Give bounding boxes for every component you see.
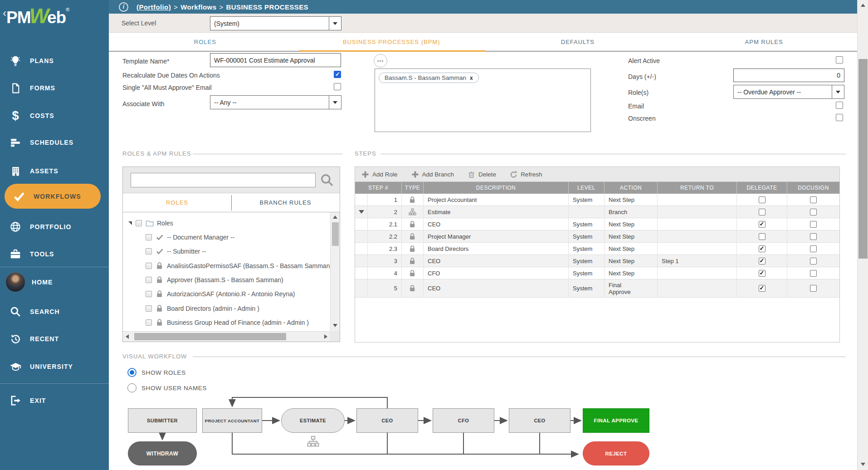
show-roles-radio[interactable] bbox=[127, 368, 137, 377]
tab-defaults[interactable]: DEFAULTS bbox=[485, 33, 671, 51]
table-row[interactable]: 5 CEO System Final Approve bbox=[355, 279, 839, 298]
tree-horizontal-scrollbar[interactable] bbox=[123, 331, 330, 341]
delegate-checkbox[interactable] bbox=[759, 270, 766, 277]
table-row[interactable]: 2.2 Project Manager System Next Step bbox=[355, 230, 839, 243]
column-level[interactable]: LEVEL bbox=[569, 182, 605, 194]
node-reject[interactable]: REJECT bbox=[583, 441, 649, 465]
tree-checkbox[interactable] bbox=[136, 220, 142, 226]
table-row[interactable]: 1 Project Accountant System Next Step bbox=[355, 194, 839, 206]
tree-item[interactable]: -- Document Manager -- bbox=[123, 230, 330, 244]
node-submitter[interactable]: SUBMITTER bbox=[128, 408, 197, 433]
docusign-checkbox[interactable] bbox=[810, 233, 817, 240]
docusign-checkbox[interactable] bbox=[810, 209, 817, 215]
info-icon[interactable]: i bbox=[119, 2, 128, 12]
tab-apm-rules[interactable]: APM RULES bbox=[671, 33, 857, 51]
table-row[interactable]: 2.3 Board Directors System Next Step bbox=[355, 243, 839, 255]
column-action[interactable]: ACTION bbox=[605, 182, 658, 194]
user-chip[interactable]: Bassam.S - Bassam Samman x bbox=[379, 73, 479, 83]
chip-remove-icon[interactable]: x bbox=[470, 75, 473, 81]
table-row[interactable]: 2 Estimate Branch bbox=[355, 206, 839, 218]
docusign-checkbox[interactable] bbox=[810, 221, 817, 228]
scroll-left-icon[interactable] bbox=[126, 334, 129, 339]
pmweb-logo[interactable]: ‹PMWeb® bbox=[3, 4, 69, 28]
tree-item[interactable]: -- Submitter -- bbox=[123, 244, 330, 258]
table-row[interactable]: 3 CEO System Next Step Step 1 bbox=[355, 255, 839, 267]
scroll-right-icon[interactable] bbox=[324, 334, 327, 339]
tree-checkbox[interactable] bbox=[146, 277, 152, 283]
template-name-input[interactable] bbox=[210, 53, 341, 67]
tree-root-roles[interactable]: Roles bbox=[123, 216, 330, 230]
table-row[interactable]: 4 CFO System Next Step bbox=[355, 267, 839, 279]
select-level-dropdown[interactable]: (System) bbox=[210, 16, 341, 30]
sidebar-item-search[interactable]: SEARCH bbox=[0, 304, 109, 319]
tree-checkbox[interactable] bbox=[146, 291, 152, 297]
docusign-checkbox[interactable] bbox=[810, 196, 817, 203]
sidebar-item-tools[interactable]: TOOLS bbox=[0, 247, 109, 261]
delegate-checkbox[interactable] bbox=[759, 196, 766, 203]
tab-roles[interactable]: ROLES bbox=[112, 33, 298, 51]
node-project-accountant[interactable]: PROJECT ACCOUNTANT bbox=[202, 408, 262, 433]
tree-item[interactable]: Business Group Head of Finance (admin - … bbox=[123, 315, 330, 329]
tree-item[interactable]: AnalisisGastoPermisoSAF (Bassam.S - Bass… bbox=[123, 259, 330, 273]
roles-dropdown[interactable]: -- Overdue Approver -- bbox=[733, 85, 844, 99]
node-estimate[interactable]: ESTIMATE bbox=[281, 408, 345, 433]
alert-active-checkbox[interactable] bbox=[836, 56, 843, 64]
delegate-checkbox[interactable] bbox=[759, 233, 766, 240]
tree-checkbox[interactable] bbox=[146, 248, 152, 255]
scrollbar-thumb[interactable] bbox=[332, 222, 339, 246]
recalculate-checkbox[interactable] bbox=[334, 71, 341, 78]
column-step[interactable]: STEP # bbox=[355, 182, 402, 194]
add-role-button[interactable]: Add Role bbox=[361, 171, 398, 178]
delegate-checkbox[interactable] bbox=[759, 285, 766, 292]
sidebar-item-assets[interactable]: ASSETS bbox=[0, 164, 109, 178]
node-cfo[interactable]: CFO bbox=[433, 408, 494, 433]
notification-users-box[interactable]: Bassam.S - Bassam Samman x bbox=[375, 69, 591, 132]
column-type[interactable]: TYPE bbox=[402, 182, 424, 194]
sidebar-collapse-icon[interactable]: ‹ bbox=[3, 7, 6, 19]
node-withdraw[interactable]: WITHDRAW bbox=[128, 441, 197, 465]
refresh-button[interactable]: Refresh bbox=[510, 171, 542, 178]
tree-item[interactable]: Board Directors (admin - Admin ) bbox=[123, 301, 330, 315]
scroll-down-icon[interactable] bbox=[861, 463, 865, 466]
page-scrollbar[interactable] bbox=[857, 0, 868, 470]
add-branch-button[interactable]: Add Branch bbox=[411, 171, 454, 178]
column-docusign[interactable]: DOCUSIGN bbox=[787, 182, 839, 194]
scrollbar-thumb[interactable] bbox=[134, 333, 286, 340]
delete-button[interactable]: Delete bbox=[468, 171, 496, 178]
sidebar-item-workflows[interactable]: WORKFLOWS bbox=[5, 184, 101, 209]
scroll-down-icon[interactable] bbox=[333, 324, 337, 327]
sidebar-item-recent[interactable]: RECENT bbox=[0, 332, 109, 346]
tab-business-processes[interactable]: BUSINESS PROCESSES (BPM) bbox=[298, 33, 485, 51]
docusign-checkbox[interactable] bbox=[810, 258, 817, 264]
delegate-checkbox[interactable] bbox=[759, 245, 766, 252]
more-options-button[interactable]: ••• bbox=[374, 54, 387, 68]
sidebar-item-exit[interactable]: EXIT bbox=[0, 393, 109, 408]
days-input[interactable] bbox=[733, 69, 844, 82]
collapse-arrow-icon[interactable] bbox=[128, 221, 132, 225]
email-checkbox[interactable] bbox=[836, 102, 843, 109]
sidebar-item-forms[interactable]: FORMS bbox=[0, 81, 109, 95]
column-return-to[interactable]: RETURN TO bbox=[658, 182, 737, 194]
sidebar-item-home[interactable]: HOME bbox=[0, 271, 109, 293]
column-description[interactable]: DESCRIPTION bbox=[424, 182, 569, 194]
scrollbar-thumb[interactable] bbox=[858, 59, 868, 259]
breadcrumb-portfolio-link[interactable]: (Portfolio) bbox=[137, 3, 171, 11]
tree-checkbox[interactable] bbox=[146, 234, 152, 240]
tree-item[interactable]: Approver (Bassam.S - Bassam Samman) bbox=[123, 273, 330, 287]
show-user-names-radio[interactable] bbox=[127, 383, 137, 392]
node-final-approve[interactable]: FINAL APPROVE bbox=[583, 408, 649, 433]
node-ceo-2[interactable]: CEO bbox=[509, 408, 571, 433]
search-icon[interactable] bbox=[320, 173, 334, 187]
scroll-up-icon[interactable] bbox=[861, 4, 865, 7]
docusign-checkbox[interactable] bbox=[810, 285, 817, 292]
onscreen-checkbox[interactable] bbox=[836, 114, 843, 121]
delegate-checkbox[interactable] bbox=[759, 209, 766, 215]
sidebar-item-schedules[interactable]: SCHEDULES bbox=[0, 135, 109, 150]
sidebar-item-costs[interactable]: $ COSTS bbox=[0, 108, 109, 123]
tree-item[interactable]: AutorizacionSAF (Antonio.R - Antonio Rey… bbox=[123, 287, 330, 301]
table-row[interactable]: 2.1 CEO System Next Step bbox=[355, 218, 839, 230]
associate-with-dropdown[interactable]: -- Any -- bbox=[210, 95, 341, 109]
roles-search-input[interactable] bbox=[131, 173, 316, 187]
tree-checkbox[interactable] bbox=[146, 319, 152, 326]
collapse-branch-icon[interactable] bbox=[359, 210, 364, 214]
